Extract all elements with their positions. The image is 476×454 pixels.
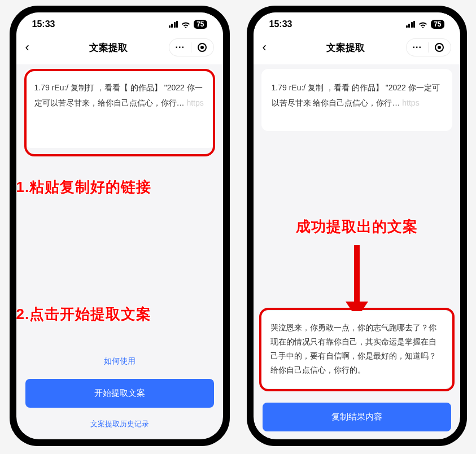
page-title: 文案提取 [48, 41, 169, 54]
status-time: 15:33 [269, 19, 292, 29]
input-seg-1: 1.79 rEu:/ 复制 [272, 83, 324, 92]
signal-icon [169, 21, 178, 28]
input-card[interactable]: 1.79 rEu:/ 复制 ，看看 的作品】 "2022 你一定可以苦尽甘来 给… [261, 69, 452, 131]
phone-left: 15:33 75 ‹ 文案提取 ··· 1.79 rEu:/ 复制打 ，看看【 … [10, 6, 230, 446]
input-seg-1: 1.79 rEu:/ 复制打 [34, 83, 95, 92]
battery-badge: 75 [431, 20, 444, 29]
input-url: https [186, 98, 203, 107]
result-card: 哭泣恩来，你勇敢一点，你的志气跑哪去了？你现在的情况只有靠你自己，其实命运是掌握… [261, 311, 452, 388]
status-time: 15:33 [32, 19, 55, 29]
back-button[interactable]: ‹ [263, 40, 285, 55]
battery-badge: 75 [194, 20, 207, 29]
capsule-menu: ··· [169, 38, 214, 56]
input-seg-2: ，看看 [326, 83, 350, 92]
status-bar: 15:33 75 [254, 12, 460, 33]
content-area: 1.79 rEu:/ 复制 ，看看 的作品】 "2022 你一定可以苦尽甘来 给… [254, 64, 460, 439]
input-text: 1.79 rEu:/ 复制打 ，看看【 的作品】 "2022 你一定可以苦尽甘来… [34, 80, 205, 110]
bottom-area: 哭泣恩来，你勇敢一点，你的志气跑哪去了？你现在的情况只有靠你自己，其实命运是掌握… [261, 311, 452, 435]
history-link[interactable]: 文案提取历史记录 [24, 413, 215, 431]
capsule-menu: ··· [406, 38, 451, 56]
nav-bar: ‹ 文案提取 ··· [254, 33, 460, 64]
back-button[interactable]: ‹ [25, 40, 48, 55]
menu-close-button[interactable] [191, 43, 213, 52]
input-card[interactable]: 1.79 rEu:/ 复制打 ，看看【 的作品】 "2022 你一定可以苦尽甘来… [24, 69, 215, 148]
content-area: 1.79 rEu:/ 复制打 ，看看【 的作品】 "2022 你一定可以苦尽甘来… [16, 64, 223, 439]
bottom-area: 如何使用 开始提取文案 文案提取历史记录 [24, 350, 215, 435]
status-right: 75 [169, 20, 207, 29]
screen-right: 15:33 75 ‹ 文案提取 ··· 1.79 rEu:/ 复制 ，看看 的作… [254, 12, 460, 439]
target-icon [435, 43, 444, 52]
menu-more-button[interactable]: ··· [169, 42, 192, 53]
menu-close-button[interactable] [429, 43, 451, 52]
signal-icon [406, 21, 416, 28]
screen-left: 15:33 75 ‹ 文案提取 ··· 1.79 rEu:/ 复制打 ，看看【 … [16, 12, 223, 439]
input-text: 1.79 rEu:/ 复制 ，看看 的作品】 "2022 你一定可以苦尽甘来 给… [272, 80, 442, 110]
copy-result-button[interactable]: 复制结果内容 [263, 403, 451, 431]
phone-right: 15:33 75 ‹ 文案提取 ··· 1.79 rEu:/ 复制 ，看看 的作… [247, 6, 467, 446]
page-title: 文案提取 [285, 41, 406, 54]
target-icon [198, 43, 207, 52]
status-bar: 15:33 75 [16, 12, 223, 33]
wifi-icon [418, 21, 427, 28]
nav-bar: ‹ 文案提取 ··· [16, 33, 223, 64]
status-right: 75 [406, 20, 444, 29]
menu-more-button[interactable]: ··· [407, 42, 429, 53]
extract-button[interactable]: 开始提取文案 [25, 379, 214, 408]
input-url: https [402, 98, 419, 107]
input-seg-2: ，看看【 [97, 83, 128, 92]
how-to-use-link[interactable]: 如何使用 [24, 350, 215, 373]
wifi-icon [181, 21, 190, 28]
